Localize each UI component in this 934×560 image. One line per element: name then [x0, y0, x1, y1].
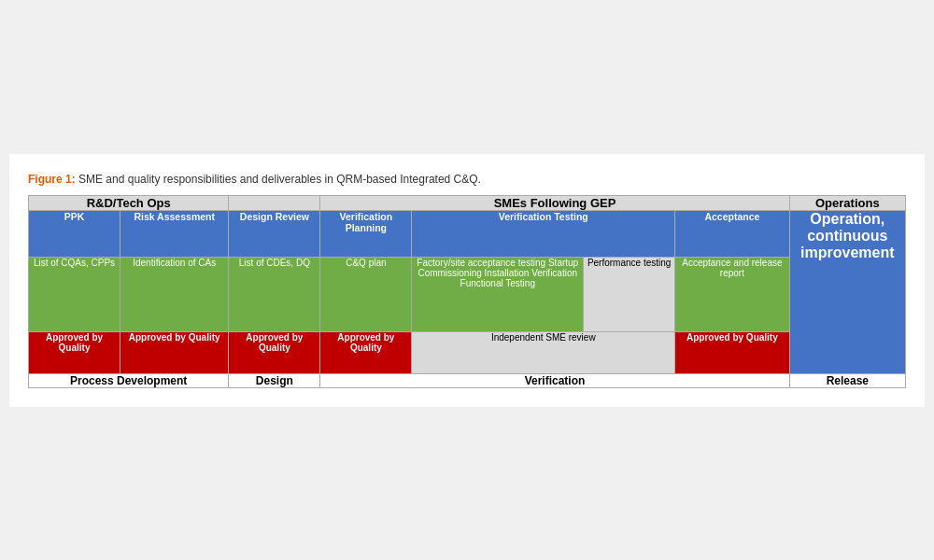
acceptance-approved: Approved by Quality: [675, 331, 790, 373]
design-approved: Approved by Quality: [229, 331, 320, 373]
rnd-header: R&D/Tech Ops: [29, 195, 229, 210]
performance-testing-cell: Performance testing: [584, 257, 675, 331]
risk-assessment-cell: Risk Assessment: [120, 210, 229, 257]
independent-sme-review: Independent SME review: [412, 331, 675, 373]
main-diagram: R&D/Tech Ops SMEs Following GEP Operatio…: [28, 195, 906, 388]
verification-planning-cell: Verification Planning: [320, 210, 412, 257]
sme-header: SMEs Following GEP: [320, 195, 789, 210]
operations-content-cell: Operation, continuous improvement: [789, 210, 905, 373]
verification-label: Verification: [320, 373, 789, 387]
page-wrapper: Figure 1: SME and quality responsibiliti…: [9, 154, 925, 407]
acceptance-cell: Acceptance: [675, 210, 790, 257]
identification-cas-cell: Identification of CAs: [120, 257, 229, 331]
figure-label: Figure 1:: [28, 173, 76, 186]
operations-header: Operations: [789, 195, 905, 210]
ppk-cell: PPK: [29, 210, 120, 257]
process-development-label: Process Development: [29, 373, 229, 387]
design-label: Design: [229, 373, 320, 387]
cq-plan-cell: C&Q plan: [320, 257, 412, 331]
vp-approved: Approved by Quality: [320, 331, 412, 373]
acceptance-release-cell: Acceptance and release report: [675, 257, 790, 331]
figure-caption: Figure 1: SME and quality responsibiliti…: [28, 173, 906, 186]
list-cdes-cell: List of CDEs, DQ: [229, 257, 320, 331]
design-section-header: [229, 195, 320, 210]
rnd-col1-approved: Approved by Quality: [29, 331, 120, 373]
design-review-cell: Design Review: [229, 210, 320, 257]
rnd-col2-approved: Approved by Quality: [120, 331, 229, 373]
factory-testing-cell: Factory/site acceptance testing Startup …: [412, 257, 584, 331]
list-cqas-cell: List of CQAs, CPPs: [29, 257, 120, 331]
release-label: Release: [789, 373, 905, 387]
verification-testing-cell: Verification Testing: [412, 210, 675, 257]
figure-caption-text: SME and quality responsibilities and del…: [78, 173, 481, 186]
